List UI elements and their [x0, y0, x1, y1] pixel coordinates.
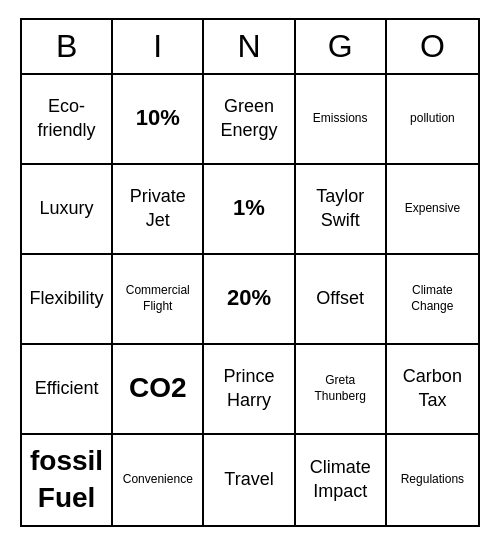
cell-text: PrivateJet	[130, 185, 186, 232]
cell-text: CO2	[129, 370, 187, 406]
bingo-cell: Travel	[204, 435, 295, 525]
cell-text: pollution	[410, 111, 455, 127]
bingo-cell: 1%	[204, 165, 295, 255]
cell-text: GreenEnergy	[220, 95, 277, 142]
bingo-cell: GretaThunberg	[296, 345, 387, 435]
cell-text: 10%	[136, 104, 180, 133]
bingo-grid: Eco-friendly10%GreenEnergyEmissionspollu…	[22, 75, 478, 525]
cell-text: Luxury	[40, 197, 94, 220]
bingo-cell: CarbonTax	[387, 345, 478, 435]
cell-text: Regulations	[401, 472, 464, 488]
header-letter: O	[387, 20, 478, 73]
bingo-card: BINGO Eco-friendly10%GreenEnergyEmission…	[20, 18, 480, 527]
cell-text: Eco-friendly	[38, 95, 96, 142]
bingo-cell: TaylorSwift	[296, 165, 387, 255]
cell-text: TaylorSwift	[316, 185, 364, 232]
bingo-cell: ClimateImpact	[296, 435, 387, 525]
cell-text: CommercialFlight	[126, 283, 190, 314]
cell-text: CarbonTax	[403, 365, 462, 412]
bingo-cell: PrinceHarry	[204, 345, 295, 435]
bingo-cell: Luxury	[22, 165, 113, 255]
bingo-cell: 20%	[204, 255, 295, 345]
header-letter: B	[22, 20, 113, 73]
bingo-cell: Emissions	[296, 75, 387, 165]
bingo-cell: Flexibility	[22, 255, 113, 345]
bingo-header: BINGO	[22, 20, 478, 75]
cell-text: ClimateChange	[411, 283, 453, 314]
cell-text: ClimateImpact	[310, 456, 371, 503]
cell-text: Efficient	[35, 377, 99, 400]
cell-text: Convenience	[123, 472, 193, 488]
bingo-cell: Offset	[296, 255, 387, 345]
cell-text: Emissions	[313, 111, 368, 127]
header-letter: G	[296, 20, 387, 73]
bingo-cell: pollution	[387, 75, 478, 165]
bingo-cell: GreenEnergy	[204, 75, 295, 165]
bingo-cell: PrivateJet	[113, 165, 204, 255]
cell-text: 1%	[233, 194, 265, 223]
bingo-cell: Efficient	[22, 345, 113, 435]
bingo-cell: 10%	[113, 75, 204, 165]
bingo-cell: fossilFuel	[22, 435, 113, 525]
bingo-cell: Convenience	[113, 435, 204, 525]
bingo-cell: ClimateChange	[387, 255, 478, 345]
cell-text: Travel	[224, 468, 273, 491]
cell-text: 20%	[227, 284, 271, 313]
bingo-cell: Expensive	[387, 165, 478, 255]
cell-text: fossilFuel	[30, 443, 103, 516]
cell-text: Expensive	[405, 201, 460, 217]
cell-text: Offset	[316, 287, 364, 310]
bingo-cell: CommercialFlight	[113, 255, 204, 345]
header-letter: I	[113, 20, 204, 73]
cell-text: Flexibility	[30, 287, 104, 310]
cell-text: PrinceHarry	[223, 365, 274, 412]
cell-text: GretaThunberg	[315, 373, 366, 404]
bingo-cell: Regulations	[387, 435, 478, 525]
header-letter: N	[204, 20, 295, 73]
bingo-cell: Eco-friendly	[22, 75, 113, 165]
bingo-cell: CO2	[113, 345, 204, 435]
